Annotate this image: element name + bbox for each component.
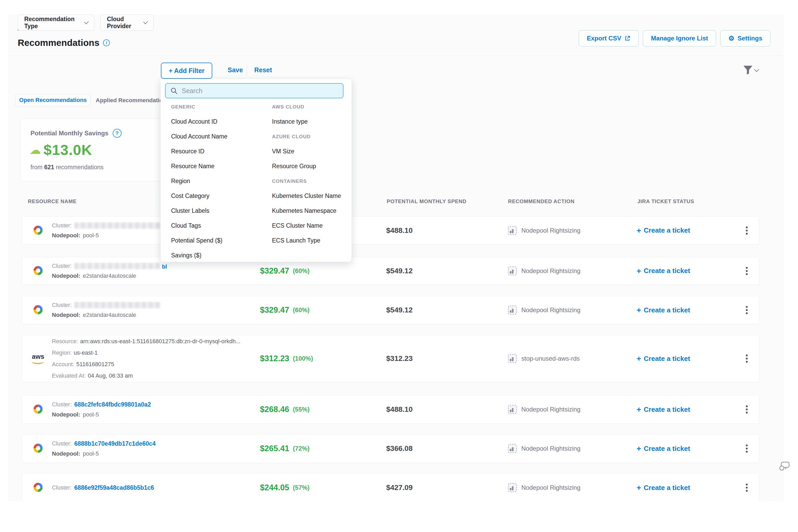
monthly-savings-value: $329.47	[260, 305, 289, 315]
filter-option[interactable]: Potential Spend ($)	[171, 237, 223, 244]
region-label: Region:	[52, 347, 72, 359]
create-ticket-label: Create a ticket	[644, 405, 690, 414]
cluster-label: Cluster:	[52, 302, 72, 308]
row-menu-kebab[interactable]	[741, 264, 752, 278]
monthly-savings-value: $268.46	[260, 405, 289, 414]
reset-filter-link[interactable]: Reset	[254, 66, 272, 74]
create-ticket-button[interactable]: + Create a ticket	[636, 296, 690, 324]
cluster-label: Cluster:	[52, 484, 72, 491]
potential-monthly-spend-value: $488.10	[386, 395, 413, 423]
recommendation-type-filter[interactable]: Recommendation Type	[18, 15, 94, 31]
filter-option[interactable]: Region	[171, 177, 190, 185]
row-menu-kebab[interactable]	[741, 303, 752, 317]
recommendation-action-icon	[508, 305, 517, 315]
create-ticket-button[interactable]: + Create a ticket	[636, 435, 690, 463]
clipped-cluster-link-fragment: bl	[162, 263, 167, 270]
monthly-savings-value: $312.23	[260, 354, 289, 363]
savings-percent: (57%)	[293, 484, 309, 491]
help-icon[interactable]: ?	[113, 129, 121, 138]
table-row[interactable]: Cluster:688c2fefc84fbdc99801a0a2 Nodepoo…	[22, 395, 759, 424]
region-value: us-east-1	[74, 347, 98, 359]
export-csv-button[interactable]: Export CSV	[579, 30, 639, 46]
create-ticket-button[interactable]: + Create a ticket	[636, 474, 690, 501]
tab-open-recommendations[interactable]: Open Recommendations	[15, 94, 91, 106]
table-row[interactable]: Cluster:6886e92f59a48cad86b5b1c6 $244.05…	[22, 473, 759, 501]
funnel-icon	[743, 65, 753, 76]
recommended-action-label: Nodepool Rightsizing	[521, 306, 581, 314]
table-row[interactable]: aws Resource:arn:aws:rds:us-east-1:51161…	[22, 335, 759, 382]
add-filter-button[interactable]: + Add Filter	[161, 62, 212, 79]
filter-search-input[interactable]	[181, 87, 338, 95]
potential-monthly-spend-value: $427.09	[386, 474, 413, 501]
settings-label: Settings	[738, 35, 762, 42]
potential-savings-card: Potential Monthly Savings ? ☁ $13.0K fro…	[20, 119, 163, 181]
monthly-savings-value: $244.05	[260, 483, 289, 492]
filter-option[interactable]: Resource ID	[171, 148, 205, 155]
filter-option[interactable]: ECS Launch Type	[272, 237, 320, 244]
create-ticket-button[interactable]: + Create a ticket	[636, 335, 690, 382]
create-ticket-button[interactable]: + Create a ticket	[636, 395, 690, 423]
row-menu-kebab[interactable]	[741, 403, 752, 416]
filter-option[interactable]: Kubernetes Namespace	[272, 207, 337, 214]
savings-card-title: Potential Monthly Savings	[31, 130, 109, 137]
settings-button[interactable]: ⚙ Settings	[720, 30, 771, 46]
row-menu-kebab[interactable]	[741, 442, 752, 456]
recommendation-action-icon	[508, 405, 517, 414]
table-row[interactable]: Cluster: Nodepool:pool-5 $488.10 Nodepoo…	[22, 216, 759, 244]
filter-option[interactable]: Cloud Account Name	[171, 133, 227, 140]
filter-option[interactable]: Kubernetes Cluster Name	[272, 192, 341, 200]
plus-icon: +	[636, 354, 641, 363]
recommendation-action-icon	[508, 483, 517, 492]
filter-option[interactable]: Resource Group	[272, 163, 316, 170]
cluster-id-link[interactable]: 688c2fefc84fbdc99801a0a2	[74, 401, 151, 408]
filter-option[interactable]: Instance type	[272, 118, 308, 125]
redacted-cluster-name	[74, 263, 160, 269]
section-header: AZURE CLOUD	[272, 134, 310, 139]
filter-option[interactable]: Cloud Account ID	[171, 118, 217, 125]
recommendation-action-icon	[508, 444, 517, 453]
savings-amount: $13.0K	[43, 141, 92, 158]
nodepool-label: Nodepool:	[52, 411, 80, 418]
nodepool-value: e2standar4autoscale	[83, 272, 136, 279]
cluster-id-link[interactable]: 6888b1c70e49db17c1de60c4	[74, 440, 156, 447]
manage-ignore-list-button[interactable]: Manage Ignore List	[643, 30, 716, 46]
support-chat-icon[interactable]	[779, 460, 791, 473]
tab-applied-recommendations[interactable]: Applied Recommendations	[96, 97, 170, 104]
create-ticket-button[interactable]: + Create a ticket	[636, 217, 690, 244]
recommended-action-label: Nodepool Rightsizing	[521, 406, 581, 413]
recommended-action-label: Nodepool Rightsizing	[521, 445, 581, 452]
manage-ignore-list-label: Manage Ignore List	[651, 35, 708, 42]
nodepool-value: pool-5	[83, 450, 99, 457]
savings-percent: (60%)	[293, 267, 309, 274]
info-icon[interactable]: i	[103, 39, 110, 46]
table-row[interactable]: bl Cluster: Nodepool:e2standar4autoscale…	[22, 257, 759, 285]
filter-option[interactable]: Cluster Labels	[171, 207, 209, 214]
filter-option[interactable]: Cost Category	[171, 192, 209, 200]
filter-option[interactable]: Savings ($)	[171, 252, 201, 259]
cluster-id-link[interactable]: 6886e92f59a48cad86b5b1c6	[74, 484, 154, 491]
filter-option[interactable]: Resource Name	[171, 163, 214, 170]
section-header: CONTAINERS	[272, 178, 307, 184]
table-row[interactable]: Cluster:6888b1c70e49db17c1de60c4 Nodepoo…	[22, 434, 759, 463]
cloud-provider-filter[interactable]: Cloud Provider	[100, 15, 154, 31]
filter-panel-toggle[interactable]	[743, 65, 758, 76]
recommendations-count: 621	[44, 164, 54, 171]
cluster-label: Cluster:	[52, 263, 72, 269]
export-csv-label: Export CSV	[587, 35, 621, 42]
recommendation-action-icon	[508, 354, 517, 363]
save-filter-link[interactable]: Save	[228, 66, 243, 74]
plus-icon: +	[636, 226, 641, 235]
filter-option[interactable]: VM Size	[272, 148, 294, 155]
filter-option[interactable]: ECS Cluster Name	[272, 222, 323, 229]
cloud-provider-label: Cloud Provider	[107, 16, 140, 30]
chevron-down-icon	[84, 20, 89, 24]
create-ticket-button[interactable]: + Create a ticket	[636, 257, 690, 285]
row-menu-kebab[interactable]	[741, 481, 752, 495]
potential-monthly-spend-value: $312.23	[386, 335, 413, 382]
row-menu-kebab[interactable]	[741, 352, 752, 366]
section-header: AWS CLOUD	[272, 104, 304, 110]
row-menu-kebab[interactable]	[741, 224, 752, 237]
table-row[interactable]: Cluster: Nodepool:e2standar4autoscale $3…	[22, 296, 759, 324]
filter-option[interactable]: Cloud Tags	[171, 222, 201, 229]
gcp-cloud-icon	[29, 395, 47, 423]
